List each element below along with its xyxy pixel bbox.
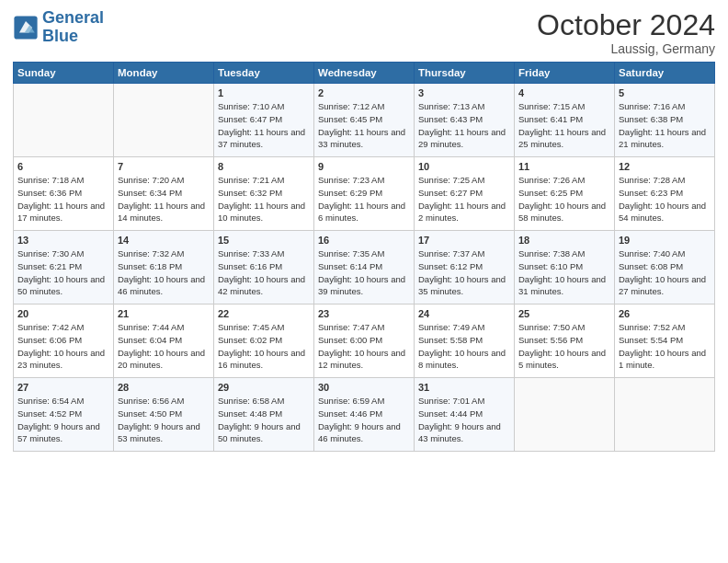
day-info: Sunrise: 7:30 AM Sunset: 6:21 PM Dayligh… — [17, 247, 109, 298]
calendar-cell: 9Sunrise: 7:23 AM Sunset: 6:29 PM Daylig… — [314, 157, 415, 231]
day-info: Sunrise: 7:20 AM Sunset: 6:34 PM Dayligh… — [118, 174, 210, 224]
logo-blue: Blue — [42, 27, 78, 45]
day-number: 10 — [418, 161, 510, 172]
day-info: Sunrise: 7:28 AM Sunset: 6:23 PM Dayligh… — [619, 174, 711, 224]
calendar-cell: 14Sunrise: 7:32 AM Sunset: 6:18 PM Dayli… — [114, 231, 214, 304]
day-info: Sunrise: 6:58 AM Sunset: 4:48 PM Dayligh… — [218, 395, 310, 445]
col-header-saturday: Saturday — [615, 63, 715, 84]
header: General Blue October 2024 Laussig, Germa… — [13, 9, 715, 56]
calendar-cell — [615, 378, 715, 452]
day-info: Sunrise: 6:56 AM Sunset: 4:50 PM Dayligh… — [118, 395, 210, 445]
day-number: 8 — [218, 161, 310, 172]
week-row-2: 6Sunrise: 7:18 AM Sunset: 6:36 PM Daylig… — [14, 157, 715, 231]
calendar-cell: 16Sunrise: 7:35 AM Sunset: 6:14 PM Dayli… — [314, 231, 415, 304]
col-header-thursday: Thursday — [415, 63, 515, 84]
calendar-cell: 26Sunrise: 7:52 AM Sunset: 5:54 PM Dayli… — [615, 304, 715, 378]
month-title: October 2024 — [537, 9, 715, 41]
day-number: 3 — [418, 87, 510, 98]
calendar-cell: 23Sunrise: 7:47 AM Sunset: 6:00 PM Dayli… — [314, 304, 415, 378]
logo: General Blue — [13, 9, 104, 46]
day-info: Sunrise: 7:38 AM Sunset: 6:10 PM Dayligh… — [518, 247, 610, 298]
day-number: 28 — [118, 382, 210, 393]
day-number: 18 — [518, 235, 610, 246]
day-number: 1 — [218, 87, 310, 98]
calendar-cell: 27Sunrise: 6:54 AM Sunset: 4:52 PM Dayli… — [14, 378, 114, 452]
calendar-cell: 17Sunrise: 7:37 AM Sunset: 6:12 PM Dayli… — [415, 231, 515, 304]
day-info: Sunrise: 7:44 AM Sunset: 6:04 PM Dayligh… — [118, 321, 210, 372]
calendar-cell: 8Sunrise: 7:21 AM Sunset: 6:32 PM Daylig… — [214, 157, 314, 231]
day-number: 2 — [318, 87, 410, 98]
day-info: Sunrise: 7:18 AM Sunset: 6:36 PM Dayligh… — [17, 174, 109, 224]
logo-general: General — [42, 8, 104, 27]
day-number: 5 — [619, 87, 711, 98]
day-number: 15 — [218, 235, 310, 246]
day-info: Sunrise: 7:23 AM Sunset: 6:29 PM Dayligh… — [318, 174, 410, 224]
calendar-cell: 1Sunrise: 7:10 AM Sunset: 6:47 PM Daylig… — [214, 84, 314, 157]
day-number: 16 — [318, 235, 410, 246]
day-number: 7 — [118, 161, 210, 172]
calendar-cell: 29Sunrise: 6:58 AM Sunset: 4:48 PM Dayli… — [214, 378, 314, 452]
header-row: SundayMondayTuesdayWednesdayThursdayFrid… — [14, 63, 715, 84]
day-info: Sunrise: 7:32 AM Sunset: 6:18 PM Dayligh… — [118, 247, 210, 298]
calendar-cell: 24Sunrise: 7:49 AM Sunset: 5:58 PM Dayli… — [415, 304, 515, 378]
day-info: Sunrise: 7:50 AM Sunset: 5:56 PM Dayligh… — [518, 321, 610, 372]
title-block: October 2024 Laussig, Germany — [537, 9, 715, 56]
calendar-cell: 30Sunrise: 6:59 AM Sunset: 4:46 PM Dayli… — [314, 378, 415, 452]
calendar-cell: 18Sunrise: 7:38 AM Sunset: 6:10 PM Dayli… — [515, 231, 615, 304]
calendar-cell: 2Sunrise: 7:12 AM Sunset: 6:45 PM Daylig… — [314, 84, 415, 157]
day-info: Sunrise: 7:52 AM Sunset: 5:54 PM Dayligh… — [619, 321, 711, 372]
day-number: 29 — [218, 382, 310, 393]
day-info: Sunrise: 6:54 AM Sunset: 4:52 PM Dayligh… — [17, 395, 109, 445]
day-info: Sunrise: 7:25 AM Sunset: 6:27 PM Dayligh… — [418, 174, 510, 224]
calendar-cell: 6Sunrise: 7:18 AM Sunset: 6:36 PM Daylig… — [14, 157, 114, 231]
calendar-cell: 21Sunrise: 7:44 AM Sunset: 6:04 PM Dayli… — [114, 304, 214, 378]
day-info: Sunrise: 7:33 AM Sunset: 6:16 PM Dayligh… — [218, 247, 310, 298]
location-subtitle: Laussig, Germany — [537, 41, 715, 56]
calendar-cell: 7Sunrise: 7:20 AM Sunset: 6:34 PM Daylig… — [114, 157, 214, 231]
calendar-cell: 11Sunrise: 7:26 AM Sunset: 6:25 PM Dayli… — [515, 157, 615, 231]
day-number: 11 — [518, 161, 610, 172]
day-info: Sunrise: 7:12 AM Sunset: 6:45 PM Dayligh… — [318, 100, 410, 151]
day-number: 31 — [418, 382, 510, 393]
calendar-cell: 10Sunrise: 7:25 AM Sunset: 6:27 PM Dayli… — [415, 157, 515, 231]
calendar-cell: 25Sunrise: 7:50 AM Sunset: 5:56 PM Dayli… — [515, 304, 615, 378]
day-number: 20 — [17, 308, 109, 319]
day-info: Sunrise: 7:16 AM Sunset: 6:38 PM Dayligh… — [619, 100, 711, 151]
day-number: 4 — [518, 87, 610, 98]
day-number: 19 — [619, 235, 711, 246]
day-info: Sunrise: 7:13 AM Sunset: 6:43 PM Dayligh… — [418, 100, 510, 151]
calendar-cell: 19Sunrise: 7:40 AM Sunset: 6:08 PM Dayli… — [615, 231, 715, 304]
day-info: Sunrise: 7:49 AM Sunset: 5:58 PM Dayligh… — [418, 321, 510, 372]
col-header-sunday: Sunday — [14, 63, 114, 84]
day-number: 13 — [17, 235, 109, 246]
calendar-cell: 22Sunrise: 7:45 AM Sunset: 6:02 PM Dayli… — [214, 304, 314, 378]
day-info: Sunrise: 6:59 AM Sunset: 4:46 PM Dayligh… — [318, 395, 410, 445]
calendar-cell: 5Sunrise: 7:16 AM Sunset: 6:38 PM Daylig… — [615, 84, 715, 157]
day-info: Sunrise: 7:40 AM Sunset: 6:08 PM Dayligh… — [619, 247, 711, 298]
day-number: 26 — [619, 308, 711, 319]
day-info: Sunrise: 7:21 AM Sunset: 6:32 PM Dayligh… — [218, 174, 310, 224]
week-row-3: 13Sunrise: 7:30 AM Sunset: 6:21 PM Dayli… — [14, 231, 715, 304]
calendar-cell: 20Sunrise: 7:42 AM Sunset: 6:06 PM Dayli… — [14, 304, 114, 378]
calendar-cell: 31Sunrise: 7:01 AM Sunset: 4:44 PM Dayli… — [415, 378, 515, 452]
day-number: 9 — [318, 161, 410, 172]
day-number: 25 — [518, 308, 610, 319]
day-info: Sunrise: 7:01 AM Sunset: 4:44 PM Dayligh… — [418, 395, 510, 445]
day-info: Sunrise: 7:10 AM Sunset: 6:47 PM Dayligh… — [218, 100, 310, 151]
day-info: Sunrise: 7:37 AM Sunset: 6:12 PM Dayligh… — [418, 247, 510, 298]
week-row-5: 27Sunrise: 6:54 AM Sunset: 4:52 PM Dayli… — [14, 378, 715, 452]
day-info: Sunrise: 7:15 AM Sunset: 6:41 PM Dayligh… — [518, 100, 610, 151]
col-header-wednesday: Wednesday — [314, 63, 415, 84]
calendar-cell: 13Sunrise: 7:30 AM Sunset: 6:21 PM Dayli… — [14, 231, 114, 304]
calendar-cell: 3Sunrise: 7:13 AM Sunset: 6:43 PM Daylig… — [415, 84, 515, 157]
col-header-monday: Monday — [114, 63, 214, 84]
calendar-cell: 12Sunrise: 7:28 AM Sunset: 6:23 PM Dayli… — [615, 157, 715, 231]
calendar-cell: 15Sunrise: 7:33 AM Sunset: 6:16 PM Dayli… — [214, 231, 314, 304]
day-number: 14 — [118, 235, 210, 246]
day-info: Sunrise: 7:45 AM Sunset: 6:02 PM Dayligh… — [218, 321, 310, 372]
calendar-cell — [114, 84, 214, 157]
calendar-cell — [515, 378, 615, 452]
day-info: Sunrise: 7:42 AM Sunset: 6:06 PM Dayligh… — [17, 321, 109, 372]
page-container: General Blue October 2024 Laussig, Germa… — [0, 0, 728, 457]
logo-text: General Blue — [42, 9, 104, 46]
